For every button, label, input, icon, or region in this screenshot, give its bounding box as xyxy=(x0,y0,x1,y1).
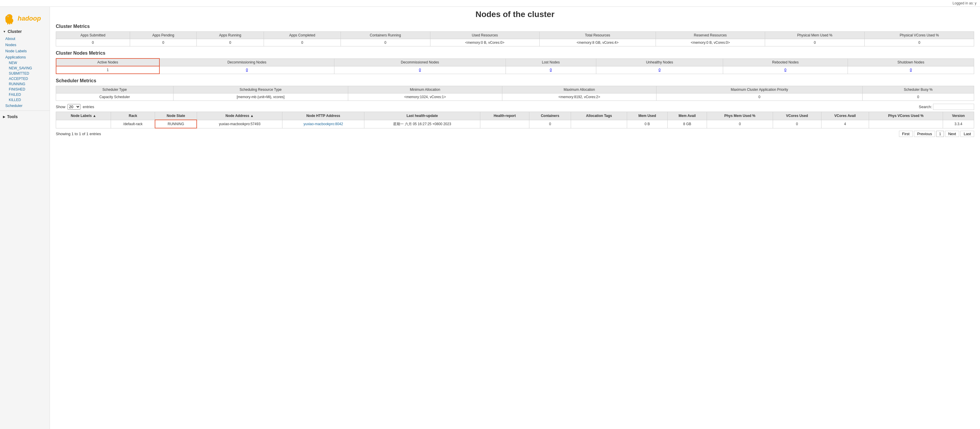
sidebar-item-about[interactable]: About xyxy=(0,35,49,42)
val-phys-vcores-used: 0 xyxy=(865,39,974,46)
val-apps-pending: 0 xyxy=(130,39,196,46)
tools-section-header[interactable]: ▶ Tools xyxy=(0,113,49,121)
col-node-http-address[interactable]: Node HTTP Address xyxy=(282,112,364,120)
val-apps-submitted: 0 xyxy=(56,39,130,46)
col-decommissioned-nodes: Decommissioned Nodes xyxy=(334,59,506,66)
col-lost-nodes: Lost Nodes xyxy=(506,59,596,66)
hadoop-brand-text: hadoop xyxy=(18,15,41,22)
val-shutdown-nodes: 0 xyxy=(848,66,974,74)
val-apps-completed: 0 xyxy=(264,39,340,46)
sidebar-item-submitted[interactable]: SUBMITTED xyxy=(0,71,49,76)
val-reserved-resources: <memory:0 B, vCores:0> xyxy=(655,39,765,46)
val-active-nodes: 1 xyxy=(56,66,159,74)
col-total-resources: Total Resources xyxy=(539,32,656,39)
val-decommissioning-nodes: 0 xyxy=(159,66,334,74)
col-mem-used[interactable]: Mem Used xyxy=(627,112,668,120)
sidebar-item-new-saving[interactable]: NEW_SAVING xyxy=(0,65,49,71)
col-rack[interactable]: Rack xyxy=(111,112,155,120)
val-scheduler-type: Capacity Scheduler xyxy=(56,93,173,101)
main-content: Nodes of the cluster Cluster Metrics App… xyxy=(50,7,980,429)
cell-phys-vcores-used-pct xyxy=(869,120,943,128)
cell-allocation-tags xyxy=(571,120,627,128)
val-scheduler-busy: 0 xyxy=(862,93,974,101)
col-scheduler-busy: Scheduler Busy % xyxy=(862,86,974,93)
col-reserved-resources: Reserved Resources xyxy=(655,32,765,39)
cluster-nodes-metrics-title: Cluster Nodes Metrics xyxy=(56,51,974,56)
tools-label: Tools xyxy=(7,114,18,119)
cluster-label: Cluster xyxy=(8,29,22,34)
pagination-previous-button[interactable]: Previous xyxy=(914,131,935,137)
nodes-data-table: Node Labels ▲ Rack Node State Node Addre… xyxy=(56,112,974,128)
pagination-first-button[interactable]: First xyxy=(899,131,913,137)
cell-health-report xyxy=(480,120,529,128)
scheduler-metrics-title: Scheduler Metrics xyxy=(56,78,974,83)
cell-node-state: RUNNING xyxy=(155,120,197,128)
pagination: Showing 1 to 1 of 1 entries First Previo… xyxy=(56,131,974,137)
svg-rect-7 xyxy=(11,23,12,24)
col-apps-submitted: Apps Submitted xyxy=(56,32,130,39)
sidebar-item-scheduler[interactable]: Scheduler xyxy=(0,102,49,109)
cell-version: 3.3.4 xyxy=(943,120,974,128)
col-containers[interactable]: Containers xyxy=(529,112,571,120)
col-phys-mem-used-pct[interactable]: Phys Mem Used % xyxy=(707,112,773,120)
val-phys-mem-used: 0 xyxy=(765,39,865,46)
col-last-health-update[interactable]: Last health-update xyxy=(364,112,480,120)
cell-rack: /default-rack xyxy=(111,120,155,128)
col-node-address[interactable]: Node Address ▲ xyxy=(197,112,282,120)
col-mem-avail[interactable]: Mem Avail xyxy=(667,112,707,120)
col-phys-vcores-used: Physical VCores Used % xyxy=(865,32,974,39)
val-decommissioned-nodes: 0 xyxy=(334,66,506,74)
col-node-state[interactable]: Node State xyxy=(155,112,197,120)
val-lost-nodes: 0 xyxy=(506,66,596,74)
col-version[interactable]: Version xyxy=(943,112,974,120)
col-scheduling-resource-type: Scheduling Resource Type xyxy=(173,86,348,93)
sidebar-item-accepted[interactable]: ACCEPTED xyxy=(0,76,49,81)
scheduler-metrics-table: Scheduler Type Scheduling Resource Type … xyxy=(56,86,974,101)
pagination-current-page: 1 xyxy=(936,131,943,137)
sidebar-item-killed[interactable]: KILLED xyxy=(0,97,49,102)
show-label: Show xyxy=(56,105,65,109)
sidebar-item-node-labels[interactable]: Node Labels xyxy=(0,48,49,54)
entries-select[interactable]: 20 50 100 xyxy=(67,104,80,110)
col-apps-pending: Apps Pending xyxy=(130,32,196,39)
sidebar-item-nodes[interactable]: Nodes xyxy=(0,42,49,48)
pagination-last-button[interactable]: Last xyxy=(960,131,974,137)
col-allocation-tags[interactable]: Allocation Tags xyxy=(571,112,627,120)
col-phys-vcores-used-pct[interactable]: Phys VCores Used % xyxy=(869,112,943,120)
col-decommissioning-nodes: Decommissioning Nodes xyxy=(159,59,334,66)
cluster-metrics-table: Apps Submitted Apps Pending Apps Running… xyxy=(56,32,974,46)
col-vcores-used[interactable]: VCores Used xyxy=(773,112,821,120)
val-unhealthy-nodes: 0 xyxy=(596,66,723,74)
table-row: /default-rack RUNNING yuxiao-macbookpro:… xyxy=(56,120,974,128)
val-total-resources: <memory:8 GB, vCores:4> xyxy=(539,39,656,46)
search-input[interactable] xyxy=(933,104,974,110)
cell-node-labels xyxy=(56,120,111,128)
svg-point-4 xyxy=(5,16,7,21)
col-active-nodes: Active Nodes xyxy=(56,59,159,66)
sidebar-item-applications[interactable]: Applications xyxy=(0,54,49,60)
col-apps-completed: Apps Completed xyxy=(264,32,340,39)
col-health-report[interactable]: Health-report xyxy=(480,112,529,120)
col-apps-running: Apps Running xyxy=(197,32,264,39)
col-containers-running: Containers Running xyxy=(340,32,430,39)
search-label: Search: xyxy=(919,105,932,109)
pagination-next-button[interactable]: Next xyxy=(945,131,959,137)
svg-rect-5 xyxy=(7,23,8,25)
col-node-labels[interactable]: Node Labels ▲ xyxy=(56,112,111,120)
sidebar-item-finished[interactable]: FINISHED xyxy=(0,87,49,92)
cell-node-address: yuxiao-macbookpro:57493 xyxy=(197,120,282,128)
col-vcores-avail[interactable]: VCores Avail xyxy=(821,112,869,120)
logo-area: hadoop xyxy=(0,10,49,27)
cluster-section-header[interactable]: ▼ Cluster xyxy=(0,27,49,35)
search-control: Search: xyxy=(919,104,974,110)
sidebar-item-new[interactable]: NEW xyxy=(0,60,49,65)
col-phys-mem-used: Physical Mem Used % xyxy=(765,32,865,39)
svg-rect-6 xyxy=(9,23,10,25)
sidebar: hadoop ▼ Cluster About Nodes Node Labels… xyxy=(0,7,50,429)
val-min-allocation: <memory:1024, vCores:1> xyxy=(348,93,502,101)
sidebar-item-running[interactable]: RUNNING xyxy=(0,81,49,87)
cluster-section: ▼ Cluster About Nodes Node Labels Applic… xyxy=(0,27,49,109)
sidebar-item-failed[interactable]: FAILED xyxy=(0,92,49,97)
val-rebooted-nodes: 0 xyxy=(723,66,848,74)
cell-node-http-address: yuxiao-macbookpro:8042 xyxy=(282,120,364,128)
